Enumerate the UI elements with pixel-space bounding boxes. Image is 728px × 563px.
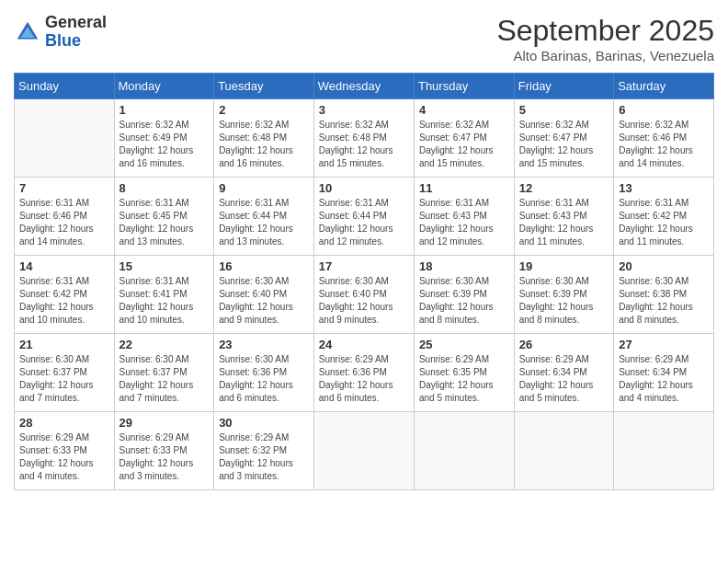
calendar-cell: 2Sunrise: 6:32 AM Sunset: 6:48 PM Daylig…	[214, 99, 314, 178]
day-number: 26	[519, 338, 609, 351]
day-number: 8	[119, 181, 210, 195]
day-number: 14	[19, 259, 109, 273]
calendar-cell: 17Sunrise: 6:30 AM Sunset: 6:40 PM Dayli…	[313, 256, 414, 334]
calendar-cell: 1Sunrise: 6:32 AM Sunset: 6:49 PM Daylig…	[114, 99, 214, 178]
calendar-cell: 14Sunrise: 6:31 AM Sunset: 6:42 PM Dayli…	[15, 256, 115, 334]
day-info: Sunrise: 6:29 AM Sunset: 6:36 PM Dayligh…	[319, 353, 409, 405]
day-info: Sunrise: 6:30 AM Sunset: 6:39 PM Dayligh…	[419, 275, 509, 327]
calendar-cell: 19Sunrise: 6:30 AM Sunset: 6:39 PM Dayli…	[514, 256, 613, 334]
day-number: 25	[419, 338, 509, 351]
calendar-cell: 7Sunrise: 6:31 AM Sunset: 6:46 PM Daylig…	[15, 178, 115, 256]
day-number: 19	[519, 259, 609, 273]
day-number: 7	[19, 181, 109, 195]
day-info: Sunrise: 6:30 AM Sunset: 6:36 PM Dayligh…	[219, 353, 309, 405]
day-number: 6	[619, 103, 709, 117]
day-number: 12	[519, 181, 609, 195]
calendar-cell: 29Sunrise: 6:29 AM Sunset: 6:33 PM Dayli…	[114, 412, 214, 490]
day-info: Sunrise: 6:31 AM Sunset: 6:43 PM Dayligh…	[519, 197, 609, 248]
week-row-4: 21Sunrise: 6:30 AM Sunset: 6:37 PM Dayli…	[15, 334, 714, 412]
day-info: Sunrise: 6:30 AM Sunset: 6:40 PM Dayligh…	[319, 275, 409, 327]
day-number: 17	[319, 259, 409, 273]
day-info: Sunrise: 6:30 AM Sunset: 6:37 PM Dayligh…	[119, 353, 210, 405]
day-number: 15	[119, 259, 210, 273]
day-info: Sunrise: 6:31 AM Sunset: 6:43 PM Dayligh…	[419, 197, 509, 248]
calendar-cell: 10Sunrise: 6:31 AM Sunset: 6:44 PM Dayli…	[313, 178, 414, 256]
day-number: 2	[219, 103, 309, 117]
day-number: 13	[619, 181, 709, 195]
day-info: Sunrise: 6:29 AM Sunset: 6:33 PM Dayligh…	[19, 431, 109, 483]
day-number: 22	[119, 338, 210, 351]
calendar-cell: 15Sunrise: 6:31 AM Sunset: 6:41 PM Dayli…	[114, 256, 214, 334]
calendar-cell: 18Sunrise: 6:30 AM Sunset: 6:39 PM Dayli…	[414, 256, 514, 334]
calendar-cell: 27Sunrise: 6:29 AM Sunset: 6:34 PM Dayli…	[614, 334, 714, 412]
calendar-cell	[614, 412, 714, 490]
calendar-cell: 5Sunrise: 6:32 AM Sunset: 6:47 PM Daylig…	[514, 99, 613, 178]
day-number: 1	[119, 103, 210, 117]
day-info: Sunrise: 6:31 AM Sunset: 6:41 PM Dayligh…	[119, 275, 210, 327]
calendar-table: SundayMondayTuesdayWednesdayThursdayFrid…	[14, 73, 714, 490]
calendar-cell: 3Sunrise: 6:32 AM Sunset: 6:48 PM Daylig…	[313, 99, 414, 178]
calendar-cell: 23Sunrise: 6:30 AM Sunset: 6:36 PM Dayli…	[214, 334, 314, 412]
calendar-cell	[313, 412, 414, 490]
calendar-cell: 9Sunrise: 6:31 AM Sunset: 6:44 PM Daylig…	[214, 178, 314, 256]
logo-text: General Blue	[45, 14, 107, 51]
day-info: Sunrise: 6:32 AM Sunset: 6:47 PM Dayligh…	[419, 119, 509, 170]
day-info: Sunrise: 6:32 AM Sunset: 6:48 PM Dayligh…	[219, 119, 309, 170]
week-row-2: 7Sunrise: 6:31 AM Sunset: 6:46 PM Daylig…	[15, 178, 714, 256]
calendar-cell: 8Sunrise: 6:31 AM Sunset: 6:45 PM Daylig…	[114, 178, 214, 256]
calendar-cell: 21Sunrise: 6:30 AM Sunset: 6:37 PM Dayli…	[15, 334, 115, 412]
calendar-cell: 24Sunrise: 6:29 AM Sunset: 6:36 PM Dayli…	[313, 334, 414, 412]
day-info: Sunrise: 6:32 AM Sunset: 6:46 PM Dayligh…	[619, 119, 709, 170]
day-of-week-wednesday: Wednesday	[313, 74, 414, 99]
calendar-cell: 16Sunrise: 6:30 AM Sunset: 6:40 PM Dayli…	[214, 256, 314, 334]
day-of-week-thursday: Thursday	[414, 74, 514, 99]
title-area: September 2025 Alto Barinas, Barinas, Ve…	[496, 14, 714, 63]
day-number: 23	[219, 338, 309, 351]
day-info: Sunrise: 6:31 AM Sunset: 6:44 PM Dayligh…	[319, 197, 409, 248]
day-number: 24	[319, 338, 409, 351]
day-number: 18	[419, 259, 509, 273]
day-info: Sunrise: 6:32 AM Sunset: 6:49 PM Dayligh…	[119, 119, 210, 170]
day-info: Sunrise: 6:30 AM Sunset: 6:38 PM Dayligh…	[619, 275, 709, 327]
calendar-cell	[514, 412, 613, 490]
page-header: General Blue September 2025 Alto Barinas…	[14, 14, 714, 63]
week-row-1: 1Sunrise: 6:32 AM Sunset: 6:49 PM Daylig…	[15, 99, 714, 178]
calendar-cell: 25Sunrise: 6:29 AM Sunset: 6:35 PM Dayli…	[414, 334, 514, 412]
day-number: 30	[219, 416, 309, 430]
days-of-week-row: SundayMondayTuesdayWednesdayThursdayFrid…	[15, 74, 714, 99]
calendar-cell: 11Sunrise: 6:31 AM Sunset: 6:43 PM Dayli…	[414, 178, 514, 256]
day-info: Sunrise: 6:29 AM Sunset: 6:33 PM Dayligh…	[119, 431, 210, 483]
logo-icon	[14, 18, 41, 46]
month-title: September 2025	[496, 14, 714, 48]
day-number: 4	[419, 103, 509, 117]
day-info: Sunrise: 6:29 AM Sunset: 6:32 PM Dayligh…	[219, 431, 309, 483]
day-info: Sunrise: 6:31 AM Sunset: 6:45 PM Dayligh…	[119, 197, 210, 248]
day-number: 28	[19, 416, 109, 430]
calendar-cell	[414, 412, 514, 490]
day-number: 16	[219, 259, 309, 273]
day-number: 10	[319, 181, 409, 195]
day-info: Sunrise: 6:30 AM Sunset: 6:39 PM Dayligh…	[519, 275, 609, 327]
day-info: Sunrise: 6:31 AM Sunset: 6:46 PM Dayligh…	[19, 197, 109, 248]
calendar-cell: 4Sunrise: 6:32 AM Sunset: 6:47 PM Daylig…	[414, 99, 514, 178]
day-info: Sunrise: 6:29 AM Sunset: 6:34 PM Dayligh…	[619, 353, 709, 405]
week-row-3: 14Sunrise: 6:31 AM Sunset: 6:42 PM Dayli…	[15, 256, 714, 334]
day-number: 27	[619, 338, 709, 351]
day-of-week-friday: Friday	[514, 74, 613, 99]
calendar-cell: 12Sunrise: 6:31 AM Sunset: 6:43 PM Dayli…	[514, 178, 613, 256]
day-info: Sunrise: 6:31 AM Sunset: 6:42 PM Dayligh…	[19, 275, 109, 327]
calendar-cell: 26Sunrise: 6:29 AM Sunset: 6:34 PM Dayli…	[514, 334, 613, 412]
calendar-cell: 20Sunrise: 6:30 AM Sunset: 6:38 PM Dayli…	[614, 256, 714, 334]
day-of-week-tuesday: Tuesday	[214, 74, 314, 99]
day-number: 21	[19, 338, 109, 351]
calendar-cell: 13Sunrise: 6:31 AM Sunset: 6:42 PM Dayli…	[614, 178, 714, 256]
day-number: 29	[119, 416, 210, 430]
day-number: 3	[319, 103, 409, 117]
logo: General Blue	[14, 14, 107, 51]
calendar-body: 1Sunrise: 6:32 AM Sunset: 6:49 PM Daylig…	[15, 99, 714, 490]
location-subtitle: Alto Barinas, Barinas, Venezuela	[496, 48, 714, 63]
day-of-week-sunday: Sunday	[15, 74, 115, 99]
day-info: Sunrise: 6:32 AM Sunset: 6:48 PM Dayligh…	[319, 119, 409, 170]
day-of-week-saturday: Saturday	[614, 74, 714, 99]
day-info: Sunrise: 6:29 AM Sunset: 6:35 PM Dayligh…	[419, 353, 509, 405]
